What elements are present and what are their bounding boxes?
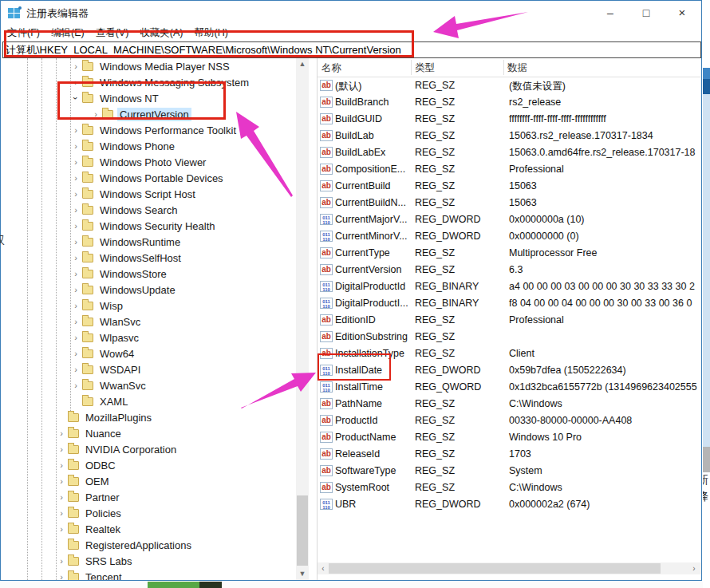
menu-view[interactable]: 查看(V) [96,26,129,40]
chevron-right-icon[interactable]: › [57,460,66,470]
tree-item-wsdapi[interactable]: ›WSDAPI [2,361,296,377]
chevron-right-icon[interactable]: › [91,109,101,119]
value-row-compositione-[interactable]: abCompositionE...REG_SZProfessional [318,161,701,178]
value-row-installdate[interactable]: 011110InstallDateREG_DWORD0x59b7dfea (15… [318,362,701,379]
value-row-currentminorv-[interactable]: 011110CurrentMinorV...REG_DWORD0x0000000… [318,228,701,245]
value-row-releaseid[interactable]: abReleaseIdREG_SZ1703 [318,446,701,463]
chevron-right-icon[interactable]: › [71,173,81,183]
chevron-right-icon[interactable]: › [71,269,81,278]
value-row-currenttype[interactable]: abCurrentTypeREG_SZMultiprocessor Free [318,245,701,262]
chevron-right-icon[interactable]: › [71,381,81,390]
maximize-button[interactable]: □ [633,4,659,22]
chevron-right-icon[interactable]: › [71,301,81,310]
values-horizontal-scrollbar[interactable]: ‹ › [318,562,701,574]
chevron-right-icon[interactable]: › [57,428,66,438]
tree-item-nuance[interactable]: ›Nuance [2,425,296,441]
tree-item-windows-photo-viewer[interactable]: ›Windows Photo Viewer [2,154,296,170]
chevron-right-icon[interactable]: › [71,333,81,342]
scroll-down-icon[interactable]: ▼ [296,568,309,580]
column-header-type[interactable]: 类型 [415,61,435,75]
menu-edit[interactable]: 编辑(E) [51,26,85,40]
tree-item-wow64[interactable]: ›Wow64 [2,345,296,361]
scroll-left-icon[interactable]: ‹ [318,562,329,574]
tree-item-nvidia-corporation[interactable]: ›NVIDIA Corporation [2,441,296,457]
chevron-right-icon[interactable]: › [57,492,66,502]
tree-item-windowsupdate[interactable]: ›WindowsUpdate [2,282,296,298]
chevron-right-icon[interactable]: › [57,572,66,580]
tree-item-windows-media-player-nss[interactable]: ›Windows Media Player NSS [2,58,296,74]
value-row-installationtype[interactable]: abInstallationTypeREG_SZClient [318,345,701,362]
value-row-currentbuildn-[interactable]: abCurrentBuildN...REG_SZ15063 [318,195,701,211]
tree-item-wisp[interactable]: ›Wisp [2,298,296,314]
tree-item-windows-nt[interactable]: ›Windows NT [2,90,296,106]
tree-item-wlansvc[interactable]: ›WlanSvc [2,314,296,330]
panel-splitter[interactable] [310,58,318,580]
tree-item-policies[interactable]: ›Policies [2,505,296,521]
registry-path-input[interactable]: 计算机\HKEY_LOCAL_MACHINE\SOFTWARE\Microsof… [2,41,701,58]
chevron-right-icon[interactable]: › [71,237,81,247]
value-row-ubr[interactable]: 011110UBRREG_DWORD0x000002a2 (674) [318,496,701,513]
scroll-right-icon[interactable]: › [688,562,700,574]
tree-item-tencent[interactable]: ›Tencent [2,569,296,580]
tree-scrollbar-thumb[interactable] [297,495,308,566]
chevron-right-icon[interactable]: › [57,524,66,534]
value-row-systemroot[interactable]: abSystemRootREG_SZC:\Windows [318,479,701,496]
tree-item-oem[interactable]: ›OEM [2,473,296,489]
value-row-pathname[interactable]: abPathNameREG_SZC:\Windows [318,396,701,412]
tree-item-windows-search[interactable]: ›Windows Search [2,202,296,218]
chevron-right-icon[interactable]: › [71,365,81,374]
close-button[interactable]: × [669,4,695,22]
chevron-right-icon[interactable]: › [71,141,81,151]
chevron-right-icon[interactable]: › [57,508,66,518]
value-row-buildguid[interactable]: abBuildGUIDREG_SZffffffff-ffff-ffff-ffff… [318,111,701,128]
value-row-productid[interactable]: abProductIdREG_SZ00330-80000-00000-AA408 [318,412,701,429]
minimize-button[interactable]: – [598,4,623,22]
value-row-buildbranch[interactable]: abBuildBranchREG_SZrs2_release [318,94,701,111]
chevron-right-icon[interactable]: › [57,476,66,486]
value-row-buildlab[interactable]: abBuildLabREG_SZ15063.rs2_release.170317… [318,128,701,144]
menu-favorites[interactable]: 收藏夹(A) [140,26,183,40]
tree-item-wwansvc[interactable]: ›WwanSvc [2,377,296,393]
chevron-right-icon[interactable]: › [71,205,81,215]
menu-help[interactable]: 帮助(H) [194,26,227,40]
chevron-right-icon[interactable]: › [57,444,66,454]
value-row-editionid[interactable]: abEditionIDREG_SZProfessional [318,312,701,329]
tree-item-xaml[interactable]: ›XAML [2,393,296,409]
value-row-editionsubstring[interactable]: abEditionSubstringREG_SZ [318,329,701,345]
tree-item-odbc[interactable]: ›ODBC [2,457,296,473]
value-row-digitalproductid[interactable]: 011110DigitalProductIdREG_BINARYa4 00 00… [318,278,701,295]
value-row-digitalproducti-[interactable]: 011110DigitalProductI...REG_BINARYf8 04 … [318,295,701,312]
tree-item-windowsstore[interactable]: ›WindowsStore [2,266,296,282]
tree-item-mozillaplugins[interactable]: ›MozillaPlugins [2,409,296,425]
tree-item-currentversion[interactable]: ›CurrentVersion [2,106,296,122]
tree-item-windows-script-host[interactable]: ›Windows Script Host [2,186,296,202]
chevron-right-icon[interactable]: › [71,189,81,199]
chevron-right-icon[interactable]: › [71,285,81,294]
chevron-right-icon[interactable]: › [71,221,81,231]
tree-item-windows-portable-devices[interactable]: ›Windows Portable Devices [2,170,296,186]
value-row-installtime[interactable]: 011110InstallTimeREG_QWORD0x1d32bca61557… [318,379,701,396]
chevron-right-icon[interactable]: › [71,77,81,87]
chevron-down-icon[interactable]: › [71,93,81,103]
tree-item-partner[interactable]: ›Partner [2,489,296,505]
column-header-data[interactable]: 数据 [507,61,527,75]
chevron-right-icon[interactable]: › [71,317,81,326]
value-row-softwaretype[interactable]: abSoftwareTypeREG_SZSystem [318,463,701,479]
value-row-productname[interactable]: abProductNameREG_SZWindows 10 Pro [318,429,701,446]
chevron-right-icon[interactable]: › [71,349,81,358]
chevron-right-icon[interactable]: › [71,61,81,71]
chevron-right-icon[interactable]: › [71,125,81,135]
tree-vertical-scrollbar[interactable]: ▲ ▼ [296,58,309,580]
tree-item-windows-performance-toolkit[interactable]: ›Windows Performance Toolkit [2,122,296,138]
value-row-buildlabex[interactable]: abBuildLabExREG_SZ15063.0.amd64fre.rs2_r… [318,144,701,161]
tree-item-srs-labs[interactable]: ›SRS Labs [2,553,296,569]
tree-item-windows-messaging-subsystem[interactable]: ›Windows Messaging Subsystem [2,74,296,90]
tree-item-windows-phone[interactable]: ›Windows Phone [2,138,296,154]
chevron-right-icon[interactable]: › [71,253,81,262]
menu-file[interactable]: 文件(F) [7,26,40,40]
tree-item-windowsselfhost[interactable]: ›WindowsSelfHost [2,250,296,266]
scroll-up-icon[interactable]: ▲ [296,58,309,70]
column-header-name[interactable]: 名称 [321,61,341,75]
tree-item-realtek[interactable]: ›Realtek [2,521,296,537]
value-row-currentversion[interactable]: abCurrentVersionREG_SZ6.3 [318,262,701,278]
